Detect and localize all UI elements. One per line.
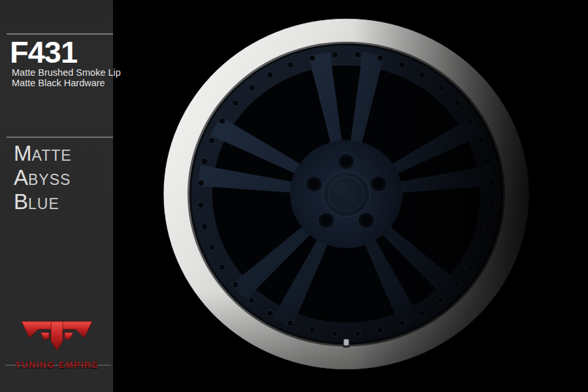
product-image-canvas: F431 Matte Brushed Smoke Lip Matte Black… (0, 0, 588, 392)
finish-spec-line2: Matte Black Hardware (12, 78, 105, 88)
bottom-shadow-overlay (163, 18, 530, 370)
brand-name: TUNING EMPIRE (1, 360, 112, 370)
model-name: F431 (10, 37, 77, 67)
divider (7, 137, 113, 138)
color-name-word: BLUE (14, 191, 72, 215)
info-panel: F431 Matte Brushed Smoke Lip Matte Black… (0, 0, 113, 392)
color-name-block: MATTE ABYSS BLUE (14, 142, 72, 215)
jf-monogram-icon (19, 318, 95, 355)
finish-spec-line1: Matte Brushed Smoke Lip (12, 68, 121, 78)
color-name-word: MATTE (14, 142, 72, 167)
color-name-word: ABYSS (14, 167, 72, 191)
brand-logo (5, 318, 108, 355)
